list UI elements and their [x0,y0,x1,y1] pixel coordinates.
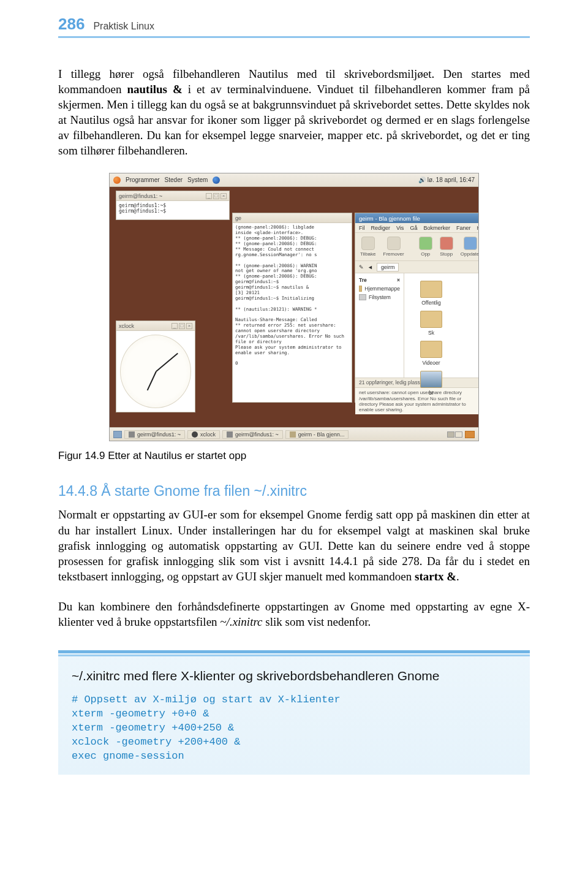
taskbar-item-xclock[interactable]: xclock [187,430,220,439]
top-panel-right: 🔊 lø. 18 april, 16:47 [418,177,475,183]
window-titlebar[interactable]: geirm@findus1: ~ _□× [116,191,229,201]
code-box-title: ~/.xinitrc med flere X-klienter og skriv… [58,665,530,693]
menu-vis[interactable]: Vis [396,225,404,231]
back-icon [361,237,375,250]
toolbar-back-button[interactable]: Tilbake [360,237,376,257]
back-small-icon[interactable]: ◄ [368,264,373,270]
sidebar-label: Hjemmemappe [364,286,400,292]
firefox-icon[interactable] [213,177,220,184]
page-header: 286 Praktisk Linux [58,15,530,34]
top-panel-left: Programmer Steder System [113,177,220,184]
toolbar-label: Opp [421,251,430,257]
show-desktop-icon[interactable] [113,431,122,438]
header-rule [58,36,530,38]
book-title: Praktisk Linux [93,21,154,32]
window-titlebar[interactable]: xclock _□× [116,321,195,331]
taskbar-label: geirm@findus1: ~ [235,431,279,438]
code-box-content: # Oppsett av X-miljø og start av X-klien… [58,693,530,764]
close-icon[interactable]: × [397,277,400,283]
terminal-body[interactable]: (gnome-panel:20086): libglade inside <gl… [233,223,352,401]
toolbar-reload-button[interactable]: Oppdater [461,237,479,257]
window-buttons[interactable]: _□× [205,192,227,199]
window-buttons[interactable]: _□× [170,322,192,329]
decorative-stripe [58,655,530,656]
ubuntu-logo-icon [113,177,121,184]
nautilus-location-bar[interactable]: ✎ ◄ geirm [355,261,478,273]
clock-face [120,335,191,408]
menu-faner[interactable]: Faner [456,225,471,231]
taskbar-item-nautilus[interactable]: geirm - Bla gjenn... [285,430,349,439]
panel-clock: lø. 18 april, 16:47 [428,177,475,183]
command-text: startx & [415,570,456,583]
screenshot-desktop: Programmer Steder System 🔊 lø. 18 april,… [109,173,479,441]
speaker-icon[interactable]: 🔊 [418,177,426,183]
figure-caption: Figur 14.9 Etter at Nautilus er startet … [58,450,530,462]
close-icon[interactable]: × [186,323,192,329]
folder-offentlig[interactable]: Offentlig [413,281,450,306]
nautilus-toolbar: Tilbake Fremover Opp Stopp Oppdater [355,233,478,261]
menu-system[interactable]: System [187,177,208,183]
body-paragraph-1: I tillegg hører også filbehandleren Naut… [58,66,530,158]
toolbar-label: Oppdater [461,251,479,257]
maximize-icon[interactable]: □ [179,323,185,329]
workspace-switcher[interactable] [447,431,462,438]
gnome-bottom-panel: geirm@findus1: ~ xclock geirm@findus1: ~… [110,427,478,441]
taskbar-item-terminal2[interactable]: geirm@findus1: ~ [222,430,283,439]
sidebar-label: Filsystem [369,294,391,300]
nautilus-body: Tre × Hjemmemappe Filsystem Offentlig Sk… [355,273,478,378]
sidebar-item-filesystem[interactable]: Filsystem [358,293,401,302]
clock-hand-minute [147,371,157,391]
nautilus-file-view[interactable]: Offentlig Sk Videoer br [404,273,478,378]
folder-sk[interactable]: Sk [413,311,450,336]
nautilus-window[interactable]: geirm - Bla gjennom file Fil Rediger Vis… [355,213,478,403]
folder-icon [420,311,442,328]
clock-icon [192,431,198,438]
pencil-icon[interactable]: ✎ [359,264,364,270]
nautilus-menubar[interactable]: Fil Rediger Vis Gå Bokmerker Faner Hjelp [355,223,478,233]
menu-fil[interactable]: Fil [359,225,365,231]
window-titlebar[interactable]: ge [233,213,352,223]
taskbar-label: geirm@findus1: ~ [137,431,181,438]
text: slik som vist nedenfor. [263,615,371,628]
xclock-window[interactable]: xclock _□× [116,321,195,412]
clock-hand-hour [156,353,178,372]
folder-label: Offentlig [421,300,441,306]
toolbar-label: Stopp [440,251,453,257]
stop-icon [440,237,453,250]
section-heading-14-4-8: 14.4.8 Å starte Gnome fra filen ~/.xinit… [58,483,530,499]
sidebar-header: Tre × [358,276,401,284]
menu-hjelp[interactable]: Hjelp [477,225,479,231]
folder-label: Sk [428,330,434,336]
code-box-xinitrc: ~/.xinitrc med flere X-klienter og skriv… [58,650,530,775]
image-icon [420,371,442,388]
home-icon [359,286,362,292]
taskbar-item-terminal1[interactable]: geirm@findus1: ~ [124,430,185,439]
menu-rediger[interactable]: Rediger [371,225,391,231]
taskbar-label: xclock [200,431,216,438]
folder-videoer[interactable]: Videoer [413,341,450,366]
window-title: xclock [119,323,134,329]
maximize-icon[interactable]: □ [213,193,219,199]
menu-ga[interactable]: Gå [410,225,417,231]
menu-programmer[interactable]: Programmer [126,177,160,183]
window-titlebar[interactable]: geirm - Bla gjennom file [355,213,478,223]
menu-steder[interactable]: Steder [165,177,183,183]
up-icon [419,237,432,250]
sidebar-item-home[interactable]: Hjemmemappe [358,284,401,293]
terminal-window-1[interactable]: geirm@findus1: ~ _□× geirm@findus1:~$ ge… [116,191,230,220]
folder-icon [420,281,442,298]
toolbar-stop-button[interactable]: Stopp [440,237,453,257]
location-crumb[interactable]: geirm [377,263,399,271]
terminal-window-2[interactable]: ge (gnome-panel:20086): libglade inside … [232,213,352,403]
minimize-icon[interactable]: _ [172,323,178,329]
close-icon[interactable]: × [221,193,227,199]
folder-br[interactable]: br [413,371,450,396]
trash-icon[interactable] [465,431,475,438]
toolbar-forward-button[interactable]: Fremover [383,237,404,257]
toolbar-up-button[interactable]: Opp [419,237,432,257]
folder-label: Videoer [422,360,440,366]
menu-bokmerker[interactable]: Bokmerker [423,225,450,231]
toolbar-label: Tilbake [360,251,376,257]
terminal-body[interactable]: geirm@findus1:~$ geirm@findus1:~$ [116,201,229,219]
minimize-icon[interactable]: _ [206,193,212,199]
